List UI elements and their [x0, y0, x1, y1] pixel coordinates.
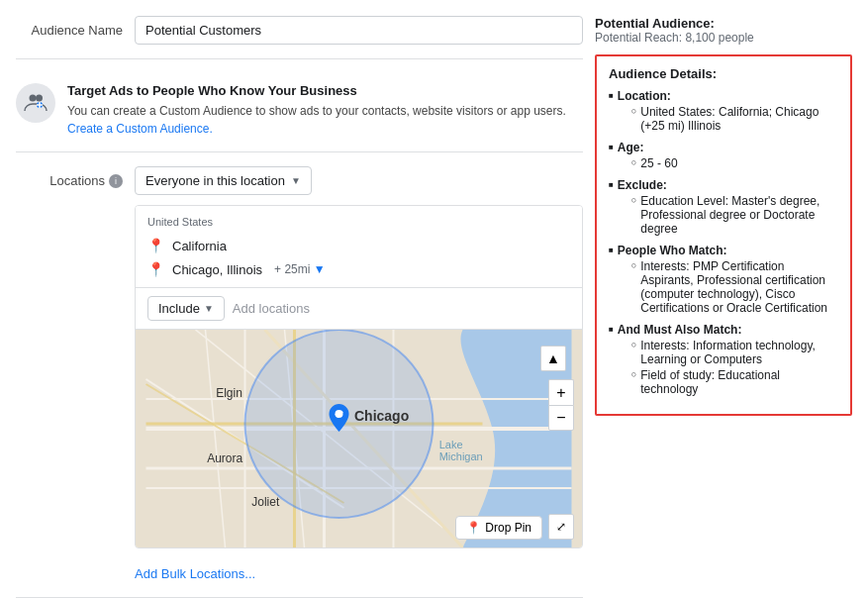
map-label-aurora: Aurora: [207, 451, 242, 465]
detail-sub-item: Interests: Information technology, Learn…: [631, 339, 838, 366]
locations-label: Locations i: [16, 173, 135, 188]
potential-audience-header: Potential Audience: Potential Reach: 8,1…: [595, 16, 852, 45]
map-zoom-controls: + −: [548, 379, 574, 431]
drop-pin-btn[interactable]: 📍 Drop Pin: [455, 516, 542, 540]
left-panel: Audience Name Target Ads to People Who K…: [16, 16, 583, 598]
detail-sub-item: 25 - 60: [631, 156, 838, 170]
include-arrow-icon: ▼: [204, 303, 214, 314]
include-dropdown-btn[interactable]: Include ▼: [147, 296, 225, 321]
map-label-joliet: Joliet: [251, 495, 279, 509]
potential-reach: Potential Reach: 8,100 people: [595, 31, 852, 45]
detail-label: And Must Also Match:: [618, 323, 742, 337]
detail-item: Location:United States: California; Chic…: [609, 89, 838, 135]
detail-sub-item: Field of study: Educational technology: [631, 368, 838, 396]
detail-label: Age:: [618, 141, 644, 154]
locations-section: Locations i Everyone in this location ▼ …: [16, 166, 583, 548]
detail-item: Age:25 - 60: [609, 141, 838, 172]
location-extra: + 25mi ▼: [274, 262, 326, 276]
audience-name-row: Audience Name: [16, 16, 583, 59]
page-wrapper: Audience Name Target Ads to People Who K…: [0, 0, 868, 598]
audience-detail-list: Location:United States: California; Chic…: [609, 89, 838, 398]
locations-dropdown[interactable]: Everyone in this location ▼: [135, 166, 312, 195]
banner-title: Target Ads to People Who Know Your Busin…: [67, 83, 583, 98]
map-expand-btn[interactable]: ⤢: [548, 514, 574, 540]
pin-icon: 📍: [147, 261, 164, 277]
map-label-lake-michigan: LakeMichigan: [439, 439, 483, 462]
map-zoom-out-btn[interactable]: −: [548, 405, 574, 431]
detail-label: Location:: [618, 89, 671, 103]
audience-details-box: Audience Details: Location:United States…: [595, 54, 852, 416]
include-row: Include ▼ Add locations: [136, 288, 582, 330]
bulk-locations: Add Bulk Locations...: [16, 560, 583, 587]
map-label-chicago: Chicago: [354, 408, 409, 424]
svg-point-1: [36, 95, 43, 102]
svg-point-0: [30, 95, 37, 102]
detail-label: People Who Match:: [618, 244, 727, 257]
right-panel: Potential Audience: Potential Reach: 8,1…: [595, 16, 852, 598]
create-custom-audience-link[interactable]: Create a Custom Audience.: [67, 122, 213, 136]
drop-pin-icon: 📍: [466, 521, 481, 535]
pin-icon: 📍: [147, 238, 164, 253]
add-locations-placeholder[interactable]: Add locations: [233, 301, 310, 316]
location-group-label: United States: [147, 216, 570, 228]
location-chicago: Chicago, Illinois: [172, 262, 262, 277]
add-bulk-locations-link[interactable]: Add Bulk Locations...: [135, 566, 255, 581]
chicago-edit-link[interactable]: ▼: [314, 262, 326, 276]
map-scroll-up-btn[interactable]: ▲: [540, 346, 566, 371]
detail-item: And Must Also Match:Interests: Informati…: [609, 323, 838, 398]
audience-name-input[interactable]: [135, 16, 583, 45]
banner-description: You can create a Custom Audience to show…: [67, 102, 583, 138]
map-zoom-in-btn[interactable]: +: [548, 379, 574, 405]
avatar-icon: [16, 83, 55, 123]
audience-name-label: Audience Name: [16, 23, 135, 38]
potential-audience-title: Potential Audience:: [595, 16, 852, 31]
locations-header: Locations i Everyone in this location ▼: [16, 166, 583, 195]
detail-sub-item: Interests: PMP Certification Aspirants, …: [631, 259, 838, 315]
banner-text: Target Ads to People Who Know Your Busin…: [67, 83, 583, 138]
audience-details-title: Audience Details:: [609, 66, 838, 81]
detail-item: Exclude:Education Level: Master's degree…: [609, 178, 838, 238]
map-svg: [136, 330, 582, 548]
detail-label: Exclude:: [618, 178, 667, 192]
detail-sub-item: Education Level: Master's degree, Profes…: [631, 194, 838, 236]
location-list: United States 📍 California 📍 Chicago, Il…: [136, 206, 582, 288]
location-california: California: [172, 239, 227, 253]
location-box: United States 📍 California 📍 Chicago, Il…: [135, 205, 583, 548]
list-item: 📍 Chicago, Illinois + 25mi ▼: [147, 257, 570, 281]
list-item: 📍 California: [147, 234, 570, 257]
detail-sub-item: United States: California; Chicago (+25 …: [631, 105, 838, 133]
custom-audience-banner: Target Ads to People Who Know Your Busin…: [16, 73, 583, 152]
detail-item: People Who Match:Interests: PMP Certific…: [609, 244, 838, 317]
dropdown-arrow-icon: ▼: [291, 175, 301, 186]
map-label-elgin: Elgin: [216, 386, 242, 400]
map-container: Elgin Aurora Joliet Chicago LakeMichigan…: [136, 330, 582, 548]
locations-info-icon[interactable]: i: [109, 174, 123, 188]
